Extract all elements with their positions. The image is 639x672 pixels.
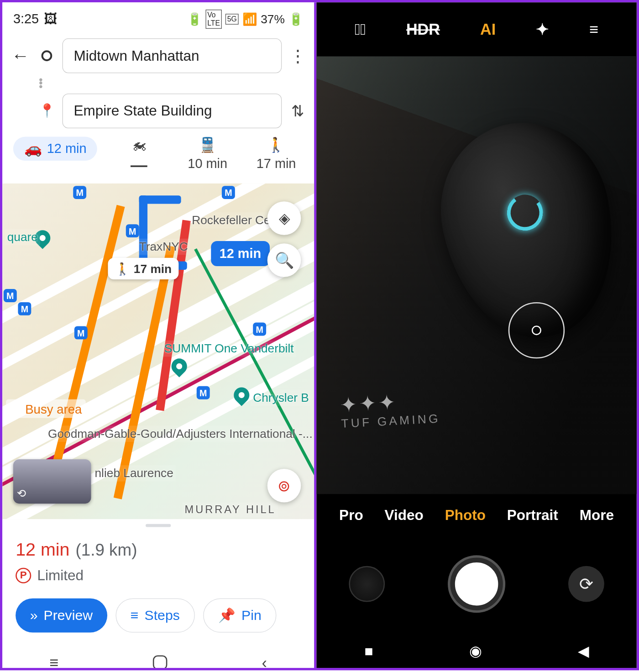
swap-button[interactable]: ⇅ — [289, 102, 307, 121]
android-nav-bar: ■ ◉ ◀ — [316, 632, 636, 668]
pin-icon: 📌 — [218, 607, 236, 623]
poi-label: TraxNYC — [136, 239, 190, 255]
poi-label: quare — [5, 229, 41, 245]
menu-icon[interactable]: ≡ — [589, 20, 598, 39]
back-nav-button[interactable]: ◀ — [578, 643, 589, 660]
eta-time: 12 min — [16, 540, 69, 560]
search-on-map-button[interactable]: 🔍 — [267, 243, 301, 277]
back-nav-button[interactable]: ‹ — [262, 653, 267, 668]
layers-button[interactable]: ◈ — [267, 201, 301, 235]
poi-label: nlieb Laurence — [92, 465, 176, 481]
home-button[interactable] — [153, 655, 168, 668]
route-alt-badge[interactable]: 🚶 17 min — [108, 258, 178, 279]
pin-button[interactable]: 📌 Pin — [203, 598, 277, 633]
recents-button[interactable]: ≡ — [50, 653, 59, 668]
maps-screen: 3:25 🖼 🔋 VoLTE 5G 📶 37% 🔋 ← Midtown Manh… — [2, 2, 316, 668]
destination-icon: 📍 — [38, 103, 55, 119]
mode-motorcycle[interactable]: 🏍 — — [112, 136, 166, 175]
metro-icon: M — [253, 323, 266, 336]
parking-icon: P — [16, 568, 31, 583]
recents-button[interactable]: ■ — [365, 643, 373, 660]
metro-icon: M — [74, 326, 88, 339]
mode-transit[interactable]: 🚆 10 min — [181, 136, 235, 175]
district-label: MURRAY HILL — [182, 503, 278, 518]
filters-icon[interactable]: ✦ — [536, 20, 549, 39]
ai-toggle[interactable]: AI — [480, 20, 496, 39]
logitech-logo-icon — [505, 192, 545, 233]
map-canvas[interactable]: M M M M M M M M quare Rockefeller Center… — [2, 184, 314, 519]
mode-video[interactable]: Video — [385, 507, 424, 524]
battery-icon: 🔋 — [288, 12, 304, 26]
chevrons-icon: » — [30, 607, 38, 623]
destination-input[interactable]: Empire State Building — [63, 94, 282, 128]
route-time-badge[interactable]: 12 min — [211, 241, 269, 266]
battery-saver-icon: 🔋 — [187, 12, 202, 26]
gallery-thumbnail[interactable] — [349, 566, 385, 602]
camera-top-bar: ⚡⃠ HDR AI ✦ ≡ — [316, 2, 636, 56]
back-button[interactable]: ← — [10, 46, 31, 66]
status-bar: 3:25 🖼 🔋 VoLTE 5G 📶 37% 🔋 — [2, 2, 314, 36]
hdr-toggle[interactable]: HDR — [406, 20, 440, 39]
mode-photo[interactable]: Photo — [445, 507, 486, 524]
camera-viewfinder[interactable]: ✦✦✦ TUF GAMING — [316, 56, 636, 494]
mode-walking[interactable]: 🚶 17 min — [249, 136, 303, 175]
streetview-thumbnail[interactable]: ⟲ — [13, 459, 91, 504]
route-details-sheet[interactable]: 12 min (1.9 km) P Limited » Preview ≡ St… — [2, 519, 314, 637]
camera-controls: ⟳ — [316, 536, 636, 632]
shutter-button[interactable] — [450, 557, 503, 610]
mode-pro[interactable]: Pro — [339, 507, 363, 524]
origin-icon — [38, 50, 55, 61]
list-icon: ≡ — [131, 607, 139, 623]
metro-icon: M — [126, 224, 139, 237]
car-icon: 🚗 — [24, 140, 42, 157]
mode-portrait[interactable]: Portrait — [507, 507, 558, 524]
gallery-status-icon: 🖼 — [44, 11, 57, 27]
camera-mode-strip: Pro Video Photo Portrait More — [316, 494, 636, 536]
flash-off-icon[interactable]: ⚡⃠ — [355, 20, 366, 39]
laptop-branding: ✦✦✦ TUF GAMING — [340, 388, 440, 430]
home-button[interactable]: ◉ — [469, 643, 482, 660]
directions-header: ← Midtown Manhattan ⋮ ••• 📍 Empire State… — [2, 36, 314, 131]
walk-icon: 🚶 — [267, 136, 285, 153]
battery-text: 37% — [261, 12, 285, 26]
steps-button[interactable]: ≡ Steps — [115, 598, 195, 633]
more-menu-button[interactable]: ⋮ — [289, 46, 307, 65]
travel-mode-tabs: 🚗 12 min 🏍 — 🚆 10 min 🚶 17 min — [2, 131, 314, 184]
metro-icon: M — [73, 186, 86, 199]
focus-ring-icon[interactable] — [508, 302, 565, 358]
network-icon: 5G — [225, 14, 239, 25]
preview-button[interactable]: » Preview — [16, 598, 107, 633]
origin-input[interactable]: Midtown Manhattan — [63, 38, 282, 73]
mode-driving[interactable]: 🚗 12 min — [13, 136, 97, 175]
volte-icon: VoLTE — [205, 10, 222, 29]
android-nav-bar: ≡ ‹ — [2, 645, 314, 668]
motorcycle-icon: 🏍 — [132, 136, 147, 153]
switch-camera-button[interactable]: ⟳ — [568, 566, 604, 602]
mode-more[interactable]: More — [580, 507, 614, 524]
train-icon: 🚆 — [199, 136, 216, 153]
busy-area-badge: Busy area — [6, 399, 85, 418]
my-location-button[interactable]: ⊚ — [267, 469, 301, 503]
metro-icon: M — [197, 386, 210, 399]
poi-label: Chrysler B — [251, 390, 311, 406]
poi-label: Goodman-Gable-Gould/Adjusters Internatio… — [46, 425, 285, 441]
clock: 3:25 — [13, 11, 39, 27]
camera-screen: ⚡⃠ HDR AI ✦ ≡ ✦✦✦ TUF GAMING Pro Video P… — [316, 2, 636, 668]
metro-icon: M — [222, 186, 235, 199]
walk-icon: 🚶 — [115, 262, 130, 276]
metro-icon: M — [4, 289, 17, 302]
poi-label: SUMMIT One Vanderbilt — [162, 341, 296, 357]
parking-label: Limited — [37, 567, 84, 584]
signal-icon: 📶 — [242, 12, 257, 26]
rotate-icon: ⟲ — [17, 487, 26, 500]
eta-distance: (1.9 km) — [76, 541, 137, 560]
metro-icon: M — [18, 302, 31, 315]
waypoint-dots-icon: ••• — [32, 78, 49, 89]
